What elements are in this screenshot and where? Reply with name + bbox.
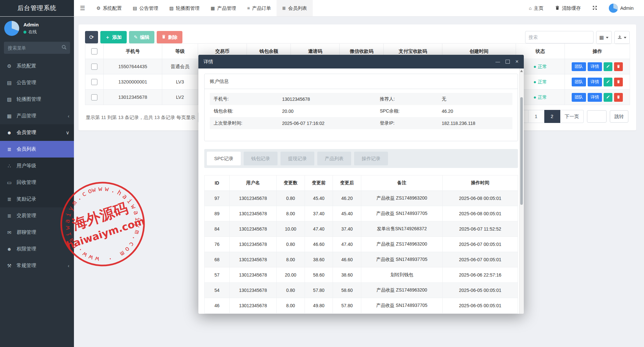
page-jump-button[interactable]: 跳转 <box>610 110 628 123</box>
nav-item-轮播图管理[interactable]: ▨轮播图管理 <box>164 0 205 16</box>
record-cell: 13012345678 <box>229 237 276 252</box>
refresh-button[interactable]: ⟳ <box>85 31 98 43</box>
record-cell: 2025-06-08 00:05:01 <box>443 191 518 206</box>
row-checkbox[interactable] <box>91 94 97 100</box>
sidebar-item-权限管理[interactable]: ☻权限管理 <box>0 241 74 257</box>
record-cell: 2025-06-07 00:05:01 <box>443 252 518 267</box>
field-label: SPC余额: <box>380 108 442 114</box>
record-cell: 46.60 <box>305 237 333 252</box>
sidebar-item-交易管理[interactable]: ≣交易管理 <box>0 207 74 224</box>
field-value: 46.20 <box>442 109 508 114</box>
columns-dropdown-button[interactable]: ▦ <box>596 31 612 44</box>
sidebar-search-input[interactable] <box>4 42 70 54</box>
modal-scrollbar[interactable] <box>519 68 524 314</box>
grid-icon: ▦ <box>211 6 215 11</box>
user-avatar[interactable] <box>4 21 19 36</box>
sidebar-item-公告管理[interactable]: ▤公告管理 <box>0 74 74 91</box>
detail-button[interactable]: 详情 <box>588 78 602 86</box>
record-row: 97130123456780.8045.4046.20产品收益 ZS174896… <box>205 191 518 206</box>
sidebar-item-会员列表[interactable]: ≣会员列表 <box>0 141 74 158</box>
sidebar-item-产品管理[interactable]: ▦产品管理‹ <box>0 108 74 124</box>
modal-header[interactable]: 详情 — × <box>198 55 524 68</box>
team-button[interactable]: 团队 <box>572 62 586 71</box>
page-1[interactable]: 1 <box>528 110 544 123</box>
nav-right-清除缓存[interactable]: 清除缓存 <box>551 0 585 16</box>
sidebar-item-群聊管理[interactable]: ✉群聊管理 <box>0 224 74 241</box>
col-header[interactable]: 操作 <box>565 44 630 59</box>
nav-right-fullscreen-icon[interactable] <box>588 0 602 16</box>
scroll-up-icon[interactable] <box>520 70 523 72</box>
col-header[interactable]: 手机号 <box>104 44 162 59</box>
tab-提现记录[interactable]: 提现记录 <box>280 152 314 165</box>
page-jump-input[interactable] <box>587 110 607 123</box>
field-value: 13012345678 <box>282 97 380 102</box>
sidebar-item-用户等级[interactable]: ∴用户等级 <box>0 158 74 174</box>
sidebar-item-轮播图管理[interactable]: ▨轮播图管理 <box>0 91 74 108</box>
edit-button[interactable]: ✎编辑 <box>129 31 154 43</box>
modal-tabs: SPC记录钱包记录提现记录产品列表操作记录 <box>204 149 518 168</box>
export-dropdown-button[interactable] <box>614 31 630 44</box>
row-checkbox[interactable] <box>91 79 97 85</box>
sidebar-item-奖励记录[interactable]: ≣奖励记录 <box>0 191 74 207</box>
nav-item-会员列表[interactable]: ≣会员列表 <box>277 0 313 16</box>
scrollbar-thumb[interactable] <box>520 97 523 205</box>
record-cell: 8.00 <box>277 252 305 267</box>
tab-操作记录[interactable]: 操作记录 <box>354 152 388 165</box>
sidebar-toggle-icon[interactable]: ☰ <box>74 0 91 16</box>
team-button[interactable]: 团队 <box>572 78 586 86</box>
page-next[interactable]: 下一页 <box>560 110 584 123</box>
record-row: 841301234567810.0047.4037.40发单出售SN174926… <box>205 221 518 237</box>
nav-right-Admin[interactable]: Admin <box>604 0 638 16</box>
select-all-checkbox[interactable] <box>91 48 97 54</box>
sidebar-item-常规管理[interactable]: ⚒常规管理‹ <box>0 257 74 274</box>
nav-item-产品管理[interactable]: ▦产品管理 <box>205 0 242 16</box>
app-brand: 后台管理系统 <box>0 0 74 16</box>
row-delete-button[interactable] <box>614 78 623 86</box>
modal-title: 详情 <box>204 59 495 65</box>
tab-SPC记录[interactable]: SPC记录 <box>207 152 241 165</box>
table-search-input[interactable] <box>525 31 594 43</box>
tab-产品列表[interactable]: 产品列表 <box>317 152 351 165</box>
row-edit-button[interactable] <box>604 93 612 102</box>
nav-item-产品订单[interactable]: ≡产品订单 <box>242 0 277 16</box>
sidebar-item-会员管理[interactable]: ☻会员管理∨ <box>0 124 74 141</box>
record-cell: 45.40 <box>305 191 333 206</box>
sidebar-item-回收管理[interactable]: ▭回收管理 <box>0 174 74 191</box>
record-row: 76130123456780.8046.6047.40产品收益 ZS174896… <box>205 237 518 252</box>
grid-icon: ▦ <box>6 113 12 119</box>
team-button[interactable]: 团队 <box>572 93 586 102</box>
row-edit-button[interactable] <box>604 78 612 86</box>
chat-icon: ✉ <box>6 230 12 235</box>
row-edit-button[interactable] <box>604 62 612 71</box>
trash-icon <box>617 95 620 100</box>
detail-button[interactable]: 详情 <box>588 62 602 71</box>
field-label: 推荐人: <box>380 96 442 102</box>
record-cell: 46.20 <box>333 191 361 206</box>
nav-right-主页[interactable]: ⌂主页 <box>524 0 548 16</box>
record-cell: 8.00 <box>277 206 305 221</box>
close-icon[interactable]: × <box>515 58 519 65</box>
minimize-icon[interactable]: — <box>495 59 500 64</box>
detail-button[interactable]: 详情 <box>588 93 602 102</box>
nav-item-系统配置[interactable]: ⚙系统配置 <box>91 0 127 16</box>
account-info-panel: 账户信息 手机号:13012345678推荐人:无钱包余额:20.00SPC余额… <box>204 74 518 141</box>
add-button[interactable]: ＋添加 <box>100 31 127 43</box>
col-header[interactable]: 等级 <box>162 44 198 59</box>
delete-button[interactable]: 删除 <box>157 31 182 43</box>
row-delete-button[interactable] <box>614 62 623 71</box>
row-checkbox[interactable] <box>91 64 97 70</box>
nav-item-公告管理[interactable]: ▤公告管理 <box>127 0 164 16</box>
page-2[interactable]: 2 <box>544 110 560 123</box>
trash-icon <box>617 64 620 69</box>
tab-钱包记录[interactable]: 钱包记录 <box>244 152 278 165</box>
status-dot-icon: ● <box>534 64 537 69</box>
record-cell: 37.40 <box>305 206 333 221</box>
row-delete-button[interactable] <box>614 93 623 102</box>
record-col-header: 备注 <box>361 175 442 191</box>
record-col-header: 变更前 <box>305 175 333 191</box>
record-cell: 57.80 <box>305 283 333 298</box>
record-row: 571301234567820.0058.6038.60划转到钱包2025-06… <box>205 267 518 283</box>
sidebar-item-系统配置[interactable]: ⚙系统配置 <box>0 58 74 74</box>
maximize-icon[interactable] <box>506 60 510 64</box>
columns-icon: ▦ <box>599 35 604 40</box>
